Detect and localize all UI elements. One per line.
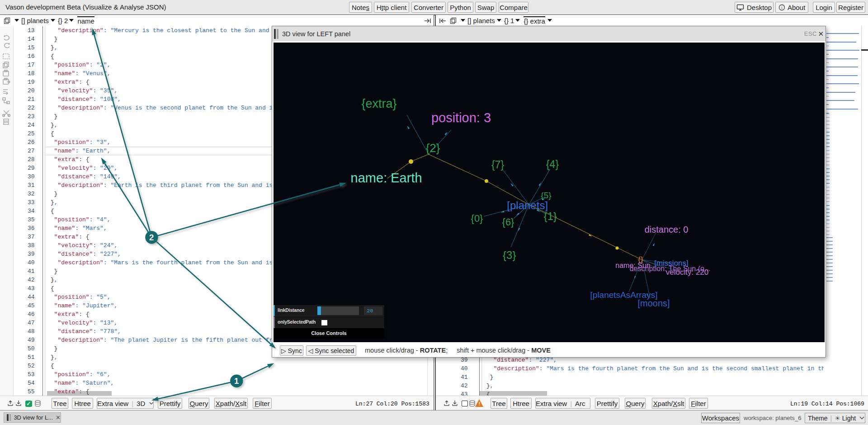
svg-text:1: 1 [234, 376, 239, 386]
svg-text:2: 2 [149, 233, 154, 242]
